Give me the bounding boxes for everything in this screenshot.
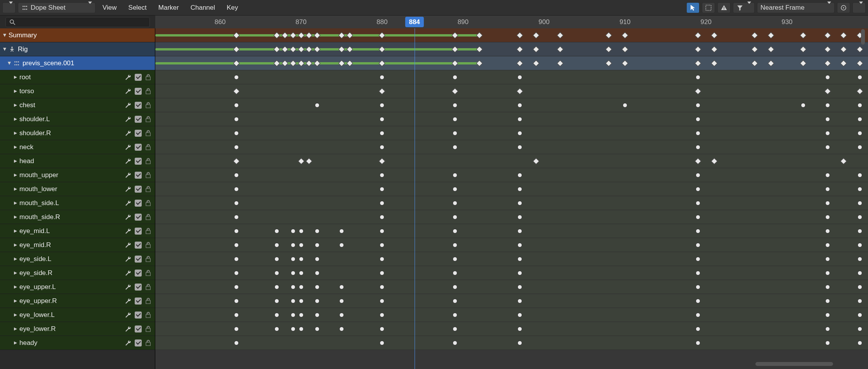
disclosure-closed-icon[interactable] (14, 188, 17, 191)
keyframe[interactable] (696, 341, 700, 345)
horizontal-scrollbar[interactable] (155, 362, 868, 367)
modifier-toggle[interactable] (125, 214, 132, 221)
lock-toggle[interactable] (145, 325, 152, 332)
keyframe[interactable] (751, 32, 758, 38)
modifier-toggle[interactable] (125, 158, 132, 165)
mute-toggle[interactable] (135, 74, 142, 81)
keyframe[interactable] (840, 158, 847, 164)
keyframe[interactable] (380, 285, 384, 289)
mute-toggle[interactable] (135, 339, 142, 346)
keyframe[interactable] (233, 158, 240, 164)
channel-row[interactable]: previs_scene.001 (0, 56, 155, 70)
disclosure-closed-icon[interactable] (14, 244, 17, 247)
keyframe[interactable] (696, 103, 700, 108)
keyframe[interactable] (274, 313, 279, 317)
keyframe[interactable] (453, 271, 457, 275)
keyframe[interactable] (338, 46, 345, 52)
keyframe[interactable] (234, 257, 239, 261)
keyframe[interactable] (306, 158, 312, 164)
keyframe[interactable] (516, 88, 523, 94)
channel-row[interactable]: shoulder.L (0, 112, 155, 126)
channel-row[interactable]: mouth_side.L (0, 196, 155, 210)
keyframe[interactable] (453, 341, 457, 345)
timeline-row[interactable] (155, 196, 868, 210)
timeline-row[interactable] (155, 308, 868, 322)
keyframe[interactable] (315, 285, 319, 289)
disclosure-closed-icon[interactable] (14, 258, 17, 261)
playhead-line[interactable] (415, 28, 415, 369)
keyframe[interactable] (696, 187, 700, 191)
timeline-row[interactable] (155, 70, 868, 84)
keyframe[interactable] (299, 271, 304, 275)
channel-row[interactable]: mouth_lower (0, 182, 155, 196)
keyframe[interactable] (696, 201, 700, 205)
keyframe[interactable] (767, 60, 774, 66)
lock-toggle[interactable] (145, 144, 152, 151)
channel-row[interactable]: mouth_side.R (0, 210, 155, 224)
keyframe[interactable] (299, 299, 304, 303)
keyframe[interactable] (306, 46, 312, 52)
keyframe[interactable] (825, 285, 830, 289)
keyframe[interactable] (234, 327, 239, 331)
modifier-toggle[interactable] (125, 270, 132, 277)
mute-toggle[interactable] (135, 130, 142, 137)
mode-select[interactable]: Dope Sheet (18, 2, 95, 13)
lock-toggle[interactable] (145, 298, 152, 305)
disclosure-closed-icon[interactable] (14, 299, 17, 303)
keyframe[interactable] (622, 46, 628, 52)
keyframe[interactable] (696, 271, 700, 275)
keyframe[interactable] (380, 103, 384, 108)
menu-view[interactable]: View (98, 4, 122, 12)
filter-button[interactable] (733, 2, 755, 13)
keyframe[interactable] (274, 327, 279, 331)
keyframe[interactable] (516, 32, 523, 38)
keyframe[interactable] (694, 60, 701, 66)
keyframe[interactable] (274, 285, 279, 289)
disclosure-closed-icon[interactable] (14, 90, 17, 93)
timeline-row[interactable] (155, 56, 868, 70)
keyframe[interactable] (234, 187, 239, 191)
keyframe[interactable] (453, 327, 457, 331)
keyframe[interactable] (233, 60, 240, 66)
keyframe[interactable] (825, 299, 830, 303)
keyframe[interactable] (453, 215, 457, 219)
keyframe[interactable] (825, 313, 830, 317)
keyframe[interactable] (346, 32, 353, 38)
keyframe[interactable] (338, 60, 345, 66)
keyframe[interactable] (711, 32, 717, 38)
keyframe[interactable] (274, 229, 279, 233)
channel-row[interactable]: eye_mid.L (0, 224, 155, 238)
keyframe[interactable] (380, 229, 384, 233)
keyframe[interactable] (290, 32, 296, 38)
keyframe[interactable] (453, 243, 457, 247)
keyframe[interactable] (824, 32, 831, 38)
keyframe[interactable] (533, 32, 539, 38)
keyframe[interactable] (339, 229, 344, 233)
keyframe[interactable] (696, 327, 700, 331)
mute-toggle[interactable] (135, 228, 142, 235)
modifier-toggle[interactable] (125, 312, 132, 319)
keyframe[interactable] (696, 117, 700, 122)
modifier-toggle[interactable] (125, 144, 132, 151)
keyframe[interactable] (234, 173, 239, 178)
keyframe[interactable] (379, 46, 385, 52)
keyframe[interactable] (825, 271, 830, 275)
keyframe[interactable] (825, 187, 830, 191)
keyframe[interactable] (380, 313, 384, 317)
keyframe[interactable] (825, 215, 830, 219)
keyframe[interactable] (517, 131, 522, 136)
mute-toggle[interactable] (135, 186, 142, 193)
channel-row[interactable]: mouth_upper (0, 168, 155, 182)
keyframe[interactable] (234, 117, 239, 122)
disclosure-closed-icon[interactable] (14, 272, 17, 275)
mute-toggle[interactable] (135, 325, 142, 332)
keyframe[interactable] (476, 46, 483, 52)
timeline-row[interactable] (155, 252, 868, 266)
keyframe[interactable] (234, 215, 239, 219)
keyframe[interactable] (825, 257, 830, 261)
keyframe[interactable] (234, 285, 239, 289)
keyframe[interactable] (453, 257, 457, 261)
keyframe[interactable] (453, 131, 457, 136)
timeline-area[interactable] (155, 28, 868, 369)
timeline-row[interactable] (155, 322, 868, 336)
